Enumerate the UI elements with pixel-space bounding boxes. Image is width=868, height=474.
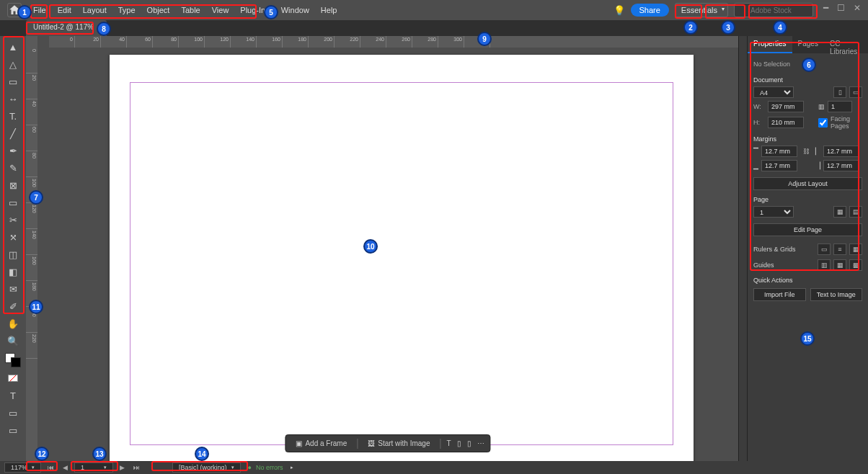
type-icon[interactable]: T: [446, 439, 451, 447]
add-frame-label: Add a Frame: [305, 439, 347, 447]
status-bar: 117% ▾ ⏮ ◀ 1 ▾ ▶ ⏭ [Basic] (working) ▾ ●…: [0, 461, 868, 474]
rectangle-tool[interactable]: ▭: [4, 194, 22, 210]
workspace-selector[interactable]: Essentials ▾: [675, 3, 728, 17]
menu-file[interactable]: File: [27, 3, 52, 17]
page-tool[interactable]: ▭: [4, 73, 22, 89]
minimize-icon[interactable]: ━: [823, 3, 828, 13]
document-tab[interactable]: Untitled-2 @ 117% ✕: [26, 20, 107, 36]
menu-type[interactable]: Type: [112, 3, 141, 17]
menu-view[interactable]: View: [206, 3, 235, 17]
hand-tool[interactable]: ✋: [4, 316, 22, 331]
add-frame-button[interactable]: ▣ Add a Frame: [291, 438, 351, 449]
note-tool[interactable]: ✉: [4, 281, 22, 297]
list-view-icon[interactable]: ▤: [849, 206, 862, 218]
edit-page-button[interactable]: Edit Page: [753, 223, 862, 236]
preflight-profile[interactable]: [Basic] (working) ▾: [172, 462, 241, 473]
pencil-tool[interactable]: ✎: [4, 160, 22, 176]
gap-tool[interactable]: ↔: [4, 91, 22, 107]
maximize-icon[interactable]: ☐: [837, 3, 845, 13]
free-transform-tool[interactable]: ⤧: [4, 229, 22, 245]
grid-view-icon[interactable]: ▦: [833, 206, 846, 218]
margin-inside-field[interactable]: [823, 146, 859, 157]
menu-object[interactable]: Object: [141, 3, 176, 17]
pages-count-field[interactable]: [828, 101, 852, 112]
first-page-icon[interactable]: ⏮: [45, 464, 56, 471]
gradient-swatch-tool[interactable]: ◫: [4, 246, 22, 262]
start-with-image-button[interactable]: 🖼 Start with Image: [363, 438, 434, 449]
eyedropper-tool[interactable]: ✐: [4, 298, 22, 314]
vertical-ruler[interactable]: 020406080100120140160180200220: [26, 48, 37, 461]
tab-pages[interactable]: Pages: [792, 36, 824, 53]
page-number-field[interactable]: 1 ▾: [74, 462, 113, 473]
page-preset-select[interactable]: A4: [753, 86, 794, 98]
prev-page-icon[interactable]: ◀: [61, 464, 70, 471]
page-spread[interactable]: [110, 55, 694, 461]
document-grid-icon[interactable]: ▦: [849, 243, 862, 255]
menu-items: FileEditLayoutTypeObjectTableViewPlug-In…: [27, 3, 342, 17]
menu-layout[interactable]: Layout: [77, 3, 112, 17]
next-page-icon[interactable]: ▶: [118, 464, 127, 471]
smart-guides-icon[interactable]: ▦: [833, 259, 846, 271]
menu-help[interactable]: Help: [315, 3, 343, 17]
margin-bottom-field[interactable]: [761, 160, 797, 171]
adjust-layout-button[interactable]: Adjust Layout: [753, 177, 862, 190]
chevron-right-icon[interactable]: ▸: [291, 465, 293, 470]
more-icon[interactable]: ⋯: [477, 439, 484, 447]
last-page-icon[interactable]: ⏭: [131, 464, 142, 471]
margin-outside-field[interactable]: [823, 160, 859, 171]
import-file-button[interactable]: Import File: [753, 288, 806, 301]
height-label: H:: [753, 119, 765, 126]
orientation-portrait-icon[interactable]: ▯: [833, 86, 846, 98]
ruler-origin[interactable]: [26, 36, 37, 48]
snap-icon[interactable]: ▩: [849, 259, 862, 271]
menubar: FileEditLayoutTypeObjectTableViewPlug-In…: [0, 0, 868, 20]
divider: [357, 439, 358, 449]
scissors-tool[interactable]: ✂: [4, 212, 22, 228]
width-field[interactable]: [768, 101, 804, 112]
doc-icon[interactable]: ▯: [467, 439, 471, 447]
view-mode-preview[interactable]: ▭: [4, 422, 22, 438]
canvas-viewport[interactable]: ▣ Add a Frame 🖼 Start with Image T ▯ ▯ ⋯: [37, 48, 738, 461]
gradient-feather-tool[interactable]: ◧: [4, 264, 22, 280]
view-mode-normal[interactable]: ▭: [4, 405, 22, 421]
tab-properties[interactable]: Properties: [748, 36, 792, 53]
menu-table[interactable]: Table: [175, 3, 205, 17]
menu-edit[interactable]: Edit: [52, 3, 77, 17]
type-tool[interactable]: T.: [4, 108, 22, 124]
menu-window[interactable]: Window: [275, 3, 315, 17]
preflight-errors[interactable]: No errors: [256, 464, 283, 471]
width-label: W:: [753, 103, 765, 110]
margin-top-field[interactable]: [761, 146, 797, 157]
page-icon[interactable]: ▯: [457, 439, 461, 447]
format-text[interactable]: T: [4, 388, 22, 403]
zoom-tool[interactable]: 🔍: [4, 333, 22, 349]
height-field[interactable]: [768, 117, 804, 128]
guides-icon[interactable]: ▥: [818, 259, 831, 271]
facing-pages-checkbox[interactable]: Facing Pages: [818, 115, 830, 130]
menu-plug-ins[interactable]: Plug-Ins: [234, 3, 275, 17]
page-select[interactable]: 1: [753, 206, 794, 218]
share-button[interactable]: Share: [631, 4, 669, 17]
selection-tool[interactable]: ▲: [4, 39, 22, 55]
line-tool[interactable]: ╱: [4, 125, 22, 141]
baseline-grid-icon[interactable]: ≡: [833, 243, 846, 255]
pen-tool[interactable]: ✒: [4, 143, 22, 158]
direct-selection-tool[interactable]: △: [4, 56, 22, 72]
rectangle-frame-tool[interactable]: ⊠: [4, 177, 22, 193]
format-container[interactable]: [4, 370, 22, 386]
zoom-level[interactable]: 117% ▾: [4, 462, 41, 473]
orientation-landscape-icon[interactable]: ▭: [849, 86, 862, 98]
home-icon[interactable]: [7, 3, 22, 17]
collapsed-panel-dock[interactable]: [738, 36, 747, 461]
discover-icon[interactable]: 💡: [614, 5, 625, 16]
horizontal-ruler[interactable]: 0204060801001201401601802002202402602803…: [49, 36, 738, 48]
link-icon[interactable]: ⛓: [803, 148, 810, 155]
document-tab-label: Untitled-2 @ 117%: [33, 23, 94, 31]
ruler-icon[interactable]: ▭: [818, 243, 831, 255]
fill-stroke-swatch[interactable]: [5, 353, 21, 367]
adobe-stock-search[interactable]: [734, 3, 813, 17]
tab-cc-libraries[interactable]: CC Libraries: [824, 36, 868, 53]
close-icon[interactable]: ✕: [97, 23, 103, 30]
text-to-image-button[interactable]: Text to Image: [810, 288, 863, 301]
close-icon[interactable]: ✕: [854, 3, 861, 13]
